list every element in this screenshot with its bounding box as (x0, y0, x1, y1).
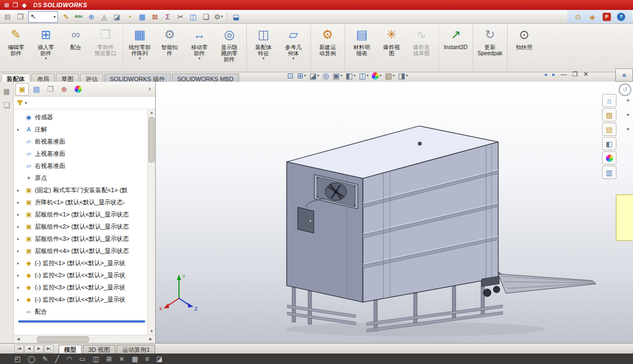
tree-item[interactable]: ▸ ◆ (-) 监控<4> (默认<<默认>_显示状 (14, 293, 155, 305)
paint-icon[interactable]: ✎▾ (60, 11, 72, 22)
tree-filter-bar[interactable]: ▾ (14, 97, 155, 109)
open-document-icon[interactable]: ⊟▾ (1, 11, 14, 22)
collapsed-panel-icon[interactable]: ❏ (3, 101, 10, 109)
tree-item[interactable]: ▸ ⌖ 原点 (14, 172, 155, 184)
zoom-fit-icon[interactable]: ⊡ ▾ (286, 70, 295, 81)
update-speedpak-button[interactable]: ↻ 更新 Speedpak ▾ (475, 25, 508, 72)
toolbar-icon[interactable]: ✎ (43, 356, 48, 362)
component-preview-window-button[interactable]: ❒ 零部件 预览窗口 ▾ (91, 25, 123, 72)
taskpane-flyout[interactable] (616, 194, 633, 241)
apply-scene-icon[interactable]: ▨ ▾ (384, 70, 396, 81)
web-help-icon[interactable]: ?▾ (615, 11, 627, 22)
panel-expand-button[interactable]: › (146, 85, 154, 93)
tree-item[interactable]: ▸ ◉ 传感器 (14, 111, 155, 123)
tab-motion-study-1[interactable]: 运动算例1 (117, 345, 155, 354)
screen-capture-icon[interactable]: ⬓▾ (230, 11, 242, 22)
tree-item[interactable]: ▸ ▣ 层板组件<4> (默认<默认_显示状态 (14, 245, 155, 257)
tree-item[interactable]: ▸ ▱ 前视基准面 (14, 135, 155, 147)
tab-scroll-button[interactable]: ▶| (44, 345, 54, 353)
smart-fasteners-button[interactable]: ⚙ 智能扣 件 ▾ (155, 25, 184, 72)
custom-properties-icon[interactable]: ▥ (602, 166, 616, 179)
back-button[interactable]: ◂ (544, 72, 547, 77)
hide-show-items-icon[interactable]: ◫ ▾ (357, 70, 370, 81)
tree-item[interactable]: ▸ ◆ (-) 监控<1> (默认<<默认>_显示状 (14, 257, 155, 269)
restore-button[interactable]: ❐ (572, 71, 578, 77)
spell-check-icon[interactable]: Abc▾ (72, 11, 85, 22)
toolbar-icon[interactable]: ◯ (28, 356, 35, 362)
design-library-icon[interactable]: ▤ (602, 108, 616, 122)
scroll-left-arrow[interactable]: ◀ (15, 337, 22, 341)
featuremanager-tab[interactable]: ▣ (15, 83, 29, 96)
tab-3d-views[interactable]: 3D 视图 (83, 345, 115, 354)
new-motion-study-button[interactable]: ⚙ 新建运 动算例 ▾ (313, 25, 345, 72)
reference-geometry-button[interactable]: ▱ 参考几 何体 ▾ (278, 25, 311, 72)
mate-button[interactable]: ∞ 配合 ▾ (61, 25, 91, 72)
refresh-icon[interactable]: ↺ (619, 83, 631, 96)
view-settings-icon[interactable]: ◨ ▾ (397, 70, 409, 81)
options-icon[interactable]: ⚙▾ (212, 11, 225, 22)
section-properties-icon[interactable]: ◪▾ (110, 11, 123, 22)
edrawings-icon[interactable]: ◈▾ (586, 11, 599, 22)
measure-icon[interactable]: ⊕▾ (85, 11, 98, 22)
propertymanager-tab[interactable]: ▤ (30, 83, 43, 95)
scrollbar-thumb[interactable] (149, 117, 155, 162)
graphics-viewport[interactable]: Y X Z ⌂ ▤ (156, 82, 633, 343)
filter-dropdown-caret[interactable]: ▾ (25, 101, 27, 105)
expand-chevron[interactable]: ▸ (627, 126, 630, 131)
file-explorer-icon[interactable]: ▧ (602, 123, 616, 136)
scroll-up-arrow[interactable]: ▲ (150, 109, 154, 116)
show-hidden-components-button[interactable]: ◎ 显示隐 藏的零 部件 ▾ (214, 25, 247, 72)
tree-item[interactable]: ▸ ◆ (-) 监控<3> (默认<<默认>_显示状 (14, 281, 155, 293)
expand-chevron[interactable]: ▸ (627, 112, 630, 117)
viewport-canvas[interactable]: Y X Z (156, 82, 633, 343)
assembly-visualization-icon[interactable]: ▦▾ (136, 11, 149, 22)
scrollbar-thumb[interactable] (37, 336, 89, 342)
tree-item[interactable]: ▸ ▣ 层板组件<2> (默认<默认_显示状态 (14, 220, 155, 233)
toolbar-icon[interactable]: ▭ (80, 356, 86, 362)
expand-chevron[interactable]: ▸ (627, 97, 630, 103)
tree-item[interactable]: ▸ ▱ 右视基准面 (14, 160, 155, 172)
view-orientation-icon[interactable]: ▣ ▾ (331, 70, 344, 81)
scroll-right-arrow[interactable]: ▶ (147, 337, 154, 341)
vertical-scrollbar[interactable]: ▲ ▼ (147, 109, 155, 335)
section-view-icon[interactable]: ◪ ▾ (308, 70, 320, 81)
bill-of-materials-button[interactable]: ▤ 材料明 细表 ▾ (347, 25, 377, 72)
trim-icon[interactable]: ✂▾ (174, 11, 187, 22)
tree-item[interactable]: ▸ ◆ (-) 监控<2> (默认<<默认>_显示状 (14, 269, 155, 281)
configurationmanager-tab[interactable]: ❐ (44, 83, 56, 95)
tree-item[interactable]: ▸ ▣ (固定) 厢式车车门安装装配<1> (默 (14, 184, 155, 196)
instant3d-button[interactable]: ↗ Instant3D ▾ (441, 25, 473, 72)
take-snapshot-button[interactable]: ⊙ 拍快照 ▾ (509, 25, 539, 72)
solidworks-resources-icon[interactable]: ⌂ (602, 94, 616, 107)
minimize-button[interactable]: — (561, 71, 567, 77)
exploded-view-button[interactable]: ✳ 爆炸视 图 ▾ (377, 25, 407, 72)
tree-item[interactable]: ▸ ▣ 升降机<1> (默认<默认_显示状态- (14, 196, 155, 208)
scroll-down-arrow[interactable]: ▼ (150, 328, 154, 335)
toolbar-icon[interactable]: ≡ (145, 356, 149, 362)
dimxpert-tab[interactable]: ⊕ (58, 83, 70, 95)
search-icon[interactable]: ⊙▾ (572, 11, 584, 22)
toolbar-icon[interactable]: ✕ (119, 356, 124, 362)
truck-model[interactable] (287, 126, 596, 332)
tab-scroll-button[interactable]: ◀ (24, 345, 34, 353)
insert-component-button[interactable]: ⊞ 插入零 部件 ▾ (31, 25, 61, 72)
copy-icon[interactable]: ❏▾ (199, 11, 212, 22)
forward-button[interactable]: ▸ (552, 72, 555, 77)
toolbar-icon[interactable]: ◰ (14, 356, 20, 362)
mirror-icon[interactable]: ◫▾ (187, 11, 199, 22)
tab-model[interactable]: 模型 (59, 345, 82, 354)
display-style-icon[interactable]: ◧ ▾ (345, 70, 357, 81)
dynamic-annotation-icon[interactable]: ◎ ▾ (321, 70, 330, 81)
horizontal-scrollbar[interactable]: ◀ ▶ (14, 335, 155, 343)
select-dropdown-caret[interactable]: ▾ (54, 14, 56, 19)
new-window-icon[interactable]: ❐ (11, 0, 20, 10)
tab-scroll-button[interactable]: ▶ (34, 345, 44, 353)
performance-icon[interactable]: ◔▾ (123, 11, 136, 22)
interference-detection-icon[interactable]: ⊠▾ (149, 11, 161, 22)
displaymanager-tab[interactable] (72, 83, 84, 95)
tree-item[interactable]: ▸ A 注解 (14, 123, 155, 135)
tab-scroll-button[interactable]: |◀ (14, 345, 24, 353)
appearances-icon[interactable] (602, 151, 616, 165)
toolbar-icon[interactable]: ◫ (93, 356, 99, 362)
toolbar-icon[interactable]: ◠ (66, 356, 72, 362)
